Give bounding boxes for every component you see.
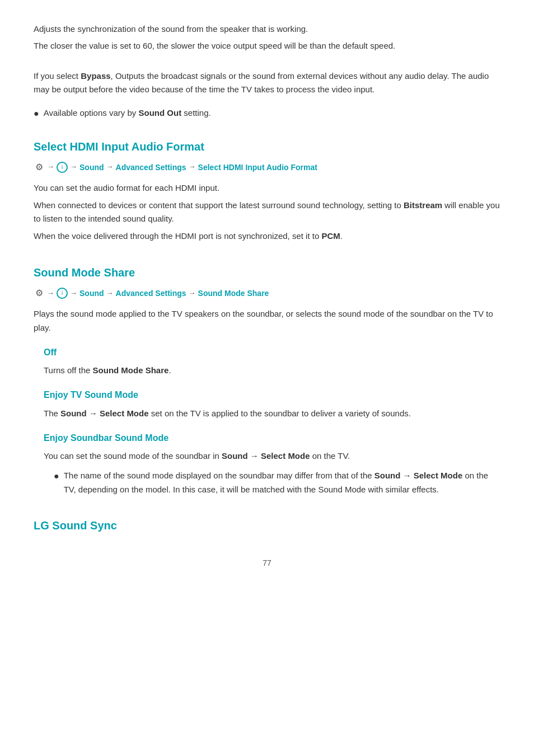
breadcrumb-sms-sound: Sound [79,287,104,299]
page-number: 77 [34,557,500,569]
enjoy-soundbar-arrow: → [248,451,261,461]
enjoy-soundbar-bold2: Select Mode [261,451,310,461]
sub-bullet-dot: ● [54,469,59,483]
breadcrumb-sms-arrow-2: → [70,288,77,299]
enjoy-tv-pre: The [44,408,60,418]
breadcrumb-arrow-1: → [47,161,54,173]
hdmi-body-line2: When connected to devices or content tha… [34,199,500,227]
subsection-enjoy-soundbar: Enjoy Soundbar Sound Mode You can set th… [34,431,500,497]
intro-bullet-list: ● Available options vary by Sound Out se… [34,106,500,121]
breadcrumb-sms-arrow-1: → [47,288,54,299]
enjoy-soundbar-para: You can set the sound mode of the soundb… [44,449,500,463]
section-hdmi-body: You can set the audio format for each HD… [34,181,500,243]
enjoy-tv-bold2: Select Mode [100,408,149,418]
sound-mode-share-body: Plays the sound mode applied to the TV s… [34,307,500,335]
hdmi-body-line2-pre: When connected to devices or content tha… [34,200,404,210]
hdmi-body-line3: When the voice delivered through the HDM… [34,229,500,243]
pcm-bold: PCM [321,231,340,241]
enjoy-tv-post: set on the TV is applied to the soundbar… [149,408,411,418]
sound-out-bold: Sound Out [139,108,182,118]
enjoy-soundbar-pre: You can set the sound mode of the soundb… [44,451,222,461]
settings-icon-2: ⚙ [34,288,45,299]
sound-mode-share-desc: Plays the sound mode applied to the TV s… [34,307,500,335]
breadcrumb-final: Select HDMI Input Audio Format [198,161,317,173]
breadcrumb-sms-arrow-3: → [106,288,114,299]
section-hdmi: Select HDMI Input Audio Format ⚙ → i → S… [34,138,500,243]
enjoy-soundbar-bullet-item: ● The name of the sound mode displayed o… [44,469,500,497]
off-body-post: . [168,365,171,375]
enjoy-soundbar-bullet-text: The name of the sound mode displayed on … [64,469,500,497]
section-sound-mode-share: Sound Mode Share ⚙ → i → Sound → Advance… [34,264,500,496]
bullet-post: setting. [181,108,211,118]
breadcrumb-sms-advanced: Advanced Settings [116,287,186,299]
section-lg-sound-sync: LG Sound Sync [34,516,500,534]
intro-para1: Adjusts the synchronization of the sound… [34,22,500,36]
enjoy-soundbar-bold1: Sound [222,451,248,461]
intro-section: Adjusts the synchronization of the sound… [34,22,500,96]
subsection-off-title: Off [34,345,500,360]
hdmi-body-line1: You can set the audio format for each HD… [34,181,500,195]
enjoy-tv-bold1: Sound [60,408,87,418]
intro-para3-pre: If you select [34,71,81,81]
bitstream-bold: Bitstream [404,200,442,210]
bullet-dot: ● [34,106,39,121]
breadcrumb-sms-final: Sound Mode Share [198,287,269,299]
subsection-enjoy-tv: Enjoy TV Sound Mode The Sound → Select M… [34,388,500,420]
section-hdmi-breadcrumb: ⚙ → i → Sound → Advanced Settings → Sele… [34,161,500,173]
breadcrumb-arrow-2: → [70,161,77,173]
info-icon: i [57,162,68,173]
subsection-enjoy-tv-title: Enjoy TV Sound Mode [34,388,500,402]
subsection-enjoy-soundbar-body: You can set the sound mode of the soundb… [34,449,500,496]
enjoy-soundbar-bullets: ● The name of the sound mode displayed o… [44,469,500,497]
hdmi-body-line3-post: . [340,231,343,241]
bullet-item-sound-out: ● Available options vary by Sound Out se… [34,106,500,121]
intro-para2: The closer the value is set to 60, the s… [34,39,500,53]
enjoy-tv-arrow: → [87,408,100,418]
bullet-bold1-2: Sound [374,471,401,480]
subsection-off: Off Turns off the Sound Mode Share. [34,345,500,378]
lg-sound-sync-title: LG Sound Sync [34,516,500,534]
bullet-bold2-2: Select Mode [414,471,463,480]
subsection-enjoy-soundbar-title: Enjoy Soundbar Sound Mode [34,431,500,445]
breadcrumb-arrow-3: → [106,161,114,173]
subsection-enjoy-tv-body: The Sound → Select Mode set on the TV is… [34,407,500,421]
section-hdmi-title: Select HDMI Input Audio Format [34,138,500,156]
enjoy-soundbar-post: on the TV. [310,451,350,461]
section-sound-mode-breadcrumb: ⚙ → i → Sound → Advanced Settings → Soun… [34,287,500,299]
bullet-text: Available options vary by Sound Out sett… [44,106,211,120]
breadcrumb-advanced-settings: Advanced Settings [116,161,186,173]
breadcrumb-sound: Sound [79,161,104,173]
breadcrumb-sms-arrow-4: → [189,288,196,299]
subsection-off-body: Turns off the Sound Mode Share. [34,364,500,378]
bullet-pre-2: The name of the sound mode displayed on … [64,471,374,480]
bullet-arrow-2: → [400,471,413,480]
intro-para3: If you select Bypass, Outputs the broadc… [34,69,500,96]
bullet-pre: Available options vary by [44,108,139,118]
off-bold: Sound Mode Share [93,365,169,375]
breadcrumb-arrow-4: → [189,161,196,173]
hdmi-body-line3-pre: When the voice delivered through the HDM… [34,231,321,241]
section-sound-mode-share-title: Sound Mode Share [34,264,500,281]
bypass-bold: Bypass [81,71,110,81]
info-icon-2: i [57,288,68,299]
off-body-pre: Turns off the [44,365,93,375]
settings-icon: ⚙ [34,162,45,173]
